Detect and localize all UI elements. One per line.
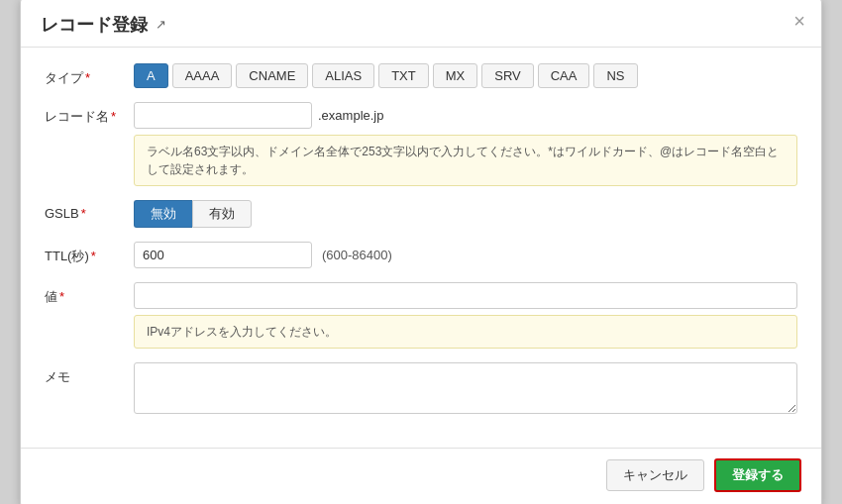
dialog-body: タイプ* A AAAA CNAME ALIAS TXT MX SRV CAA N… — [21, 48, 821, 448]
memo-input[interactable] — [134, 362, 797, 414]
ttl-label: TTL(秒)* — [45, 242, 134, 265]
type-content: A AAAA CNAME ALIAS TXT MX SRV CAA NS — [134, 63, 797, 88]
record-name-input[interactable] — [134, 102, 312, 129]
gslb-content: 無効 有効 — [134, 200, 797, 228]
gslb-buttons: 無効 有効 — [134, 200, 797, 228]
record-name-input-row: .example.jp — [134, 102, 797, 129]
value-hint: IPv4アドレスを入力してください。 — [134, 315, 797, 349]
type-label: タイプ* — [45, 63, 134, 87]
submit-button[interactable]: 登録する — [714, 458, 801, 492]
ttl-input[interactable] — [134, 242, 312, 268]
ttl-input-row: (600-86400) — [134, 242, 797, 268]
close-button[interactable]: × — [793, 11, 805, 31]
gslb-label: GSLB* — [45, 200, 134, 221]
type-btn-NS[interactable]: NS — [593, 63, 637, 88]
type-btn-A[interactable]: A — [134, 63, 168, 88]
gslb-row: GSLB* 無効 有効 — [45, 200, 797, 228]
dialog: レコード登録 ↗ × タイプ* A AAAA CNAME ALIAS TXT M… — [20, 0, 822, 504]
record-name-hint: ラベル名63文字以内、ドメイン名全体で253文字以内で入力してください。*はワイ… — [134, 135, 797, 186]
external-link-icon[interactable]: ↗ — [156, 17, 166, 32]
ttl-range-hint: (600-86400) — [322, 248, 392, 262]
ttl-content: (600-86400) — [134, 242, 797, 268]
type-btn-SRV[interactable]: SRV — [481, 63, 534, 88]
cancel-button[interactable]: キャンセル — [606, 459, 704, 491]
type-btn-AAAA[interactable]: AAAA — [172, 63, 233, 88]
value-content: IPv4アドレスを入力してください。 — [134, 282, 797, 349]
memo-label: メモ — [45, 362, 134, 386]
record-name-row: レコード名* .example.jp ラベル名63文字以内、ドメイン名全体で25… — [45, 102, 797, 186]
value-row: 値* IPv4アドレスを入力してください。 — [45, 282, 797, 349]
type-btn-CNAME[interactable]: CNAME — [236, 63, 308, 88]
record-name-content: .example.jp ラベル名63文字以内、ドメイン名全体で253文字以内で入… — [134, 102, 797, 186]
type-btn-CAA[interactable]: CAA — [538, 63, 590, 88]
type-btn-TXT[interactable]: TXT — [378, 63, 429, 88]
type-btn-MX[interactable]: MX — [433, 63, 478, 88]
value-label: 値* — [45, 282, 134, 306]
dialog-footer: キャンセル 登録する — [21, 448, 821, 505]
memo-content — [134, 362, 797, 418]
record-name-label: レコード名* — [45, 102, 134, 126]
type-row: タイプ* A AAAA CNAME ALIAS TXT MX SRV CAA N… — [45, 63, 797, 88]
ttl-row: TTL(秒)* (600-86400) — [45, 242, 797, 268]
dialog-title: レコード登録 — [41, 13, 148, 37]
record-name-suffix: .example.jp — [318, 108, 383, 123]
type-btn-ALIAS[interactable]: ALIAS — [312, 63, 374, 88]
gslb-btn-invalid[interactable]: 無効 — [134, 200, 192, 228]
gslb-btn-valid[interactable]: 有効 — [192, 200, 252, 228]
value-input[interactable] — [134, 282, 797, 309]
dialog-header: レコード登録 ↗ × — [21, 0, 821, 48]
memo-row: メモ — [45, 362, 797, 418]
type-buttons: A AAAA CNAME ALIAS TXT MX SRV CAA NS — [134, 63, 797, 88]
